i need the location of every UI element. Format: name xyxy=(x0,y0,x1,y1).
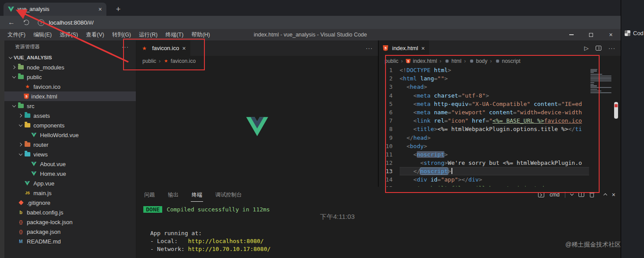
activity-bar[interactable] xyxy=(0,40,4,258)
code-editor[interactable]: 123456789101112131415 <!DOCTYPE html><ht… xyxy=(378,66,589,187)
tree-item-babel.config.js[interactable]: babel.config.js xyxy=(4,207,136,217)
tree-item-index.html[interactable]: index.html xyxy=(4,91,136,101)
breadcrumb-item-public[interactable]: public xyxy=(385,58,398,64)
tree-item-.gitignore[interactable]: .gitignore xyxy=(4,198,136,207)
code-panel-header[interactable]: Cod xyxy=(621,30,644,36)
tree-item-label: HelloWorld.vue xyxy=(40,132,79,138)
breadcrumb-item-favicon.ico[interactable]: favicon.ico xyxy=(163,58,196,64)
folder-icon xyxy=(24,122,31,129)
minimap-line xyxy=(590,92,611,93)
new-tab-button[interactable]: + xyxy=(113,4,124,15)
panel-tab-终端[interactable]: 终端 xyxy=(191,188,203,202)
terminal-output[interactable]: DONE Compiled successfully in 112ms App … xyxy=(136,202,621,253)
breadcrumb-item-body[interactable]: body xyxy=(469,58,488,64)
split-terminal-icon[interactable] xyxy=(579,192,584,197)
editor1-more-actions-icon[interactable]: ··· xyxy=(366,45,373,51)
menu-item[interactable]: 终端(T) xyxy=(161,31,187,39)
breadcrumb-separator: › xyxy=(464,58,466,64)
tree-item-main.js[interactable]: main.js xyxy=(4,188,136,198)
code-line[interactable]: <strong>We're sorry but <%= htmlWebpackP… xyxy=(400,159,589,167)
chevron-down-icon[interactable] xyxy=(570,192,574,196)
tree-item-package-lock.json[interactable]: package-lock.json xyxy=(4,217,136,227)
breadcrumb-item-noscript[interactable]: noscript xyxy=(495,58,520,64)
code-line[interactable]: <head> xyxy=(400,83,589,91)
menu-item[interactable]: 编辑(E) xyxy=(29,31,56,39)
panel-tab-调试控制台[interactable]: 调试控制台 xyxy=(215,188,243,202)
tree-item-Home.vue[interactable]: Home.vue xyxy=(4,169,136,178)
browser-tab[interactable]: vue_analysis × xyxy=(4,3,106,16)
tree-item-assets[interactable]: assets xyxy=(4,111,136,120)
minimize-button[interactable] xyxy=(561,29,581,40)
tree-item-components[interactable]: components xyxy=(4,120,136,130)
close-button[interactable]: × xyxy=(601,29,621,40)
tree-item-HelloWorld.vue[interactable]: HelloWorld.vue xyxy=(4,130,136,140)
tree-item-views[interactable]: views xyxy=(4,149,136,159)
explorer-actions-icon[interactable]: ··· xyxy=(122,44,129,50)
maximize-button[interactable] xyxy=(581,29,601,40)
tree-item-About.vue[interactable]: About.vue xyxy=(4,159,136,169)
info-icon[interactable]: i xyxy=(38,19,44,26)
tree-item-favicon.ico[interactable]: favicon.ico xyxy=(4,82,136,91)
menu-item[interactable]: 查看(V) xyxy=(82,31,108,39)
menu-item[interactable]: 运行(R) xyxy=(135,31,161,39)
chevron-down-icon xyxy=(17,154,24,155)
open-preview-icon[interactable]: ▷ xyxy=(584,45,589,51)
tree-item-label: node_modules xyxy=(27,64,64,71)
minimap-line xyxy=(590,89,597,90)
code-line[interactable]: <body> xyxy=(400,142,589,150)
browser-tab-close-icon[interactable]: × xyxy=(98,6,102,12)
close-panel-icon[interactable]: × xyxy=(612,192,615,198)
panel-tab-问题[interactable]: 问题 xyxy=(143,188,156,202)
babel-icon xyxy=(17,209,25,216)
editor2-more-actions-icon[interactable]: ··· xyxy=(608,45,615,51)
tree-item-README.md[interactable]: README.md xyxy=(4,236,136,246)
tab-index-html[interactable]: index.html × xyxy=(378,40,429,56)
menu-item[interactable]: 转到(G) xyxy=(108,31,135,39)
tree-item-node_modules[interactable]: node_modules xyxy=(4,62,136,72)
breadcrumb-item-public[interactable]: public xyxy=(142,58,156,64)
code-panel-label: Cod xyxy=(633,30,644,36)
code-line[interactable]: <noscript> xyxy=(400,150,589,159)
tree-item-App.vue[interactable]: App.vue xyxy=(4,178,136,188)
minimap-line xyxy=(590,80,611,81)
minimap-line xyxy=(590,84,594,85)
code-line[interactable]: <title><%= htmlWebpackPlugin.options.tit… xyxy=(400,125,589,133)
maximize-panel-icon[interactable] xyxy=(604,193,607,197)
explorer-root-row[interactable]: VUE_ANALYSIS xyxy=(4,53,136,62)
breadcrumb-item-html[interactable]: html xyxy=(444,58,462,64)
code-line[interactable]: <meta http-equiv="X-UA-Compatible" conte… xyxy=(400,100,589,108)
refresh-icon[interactable] xyxy=(24,20,29,25)
terminal-link[interactable]: http://10.70.10.17:8080/ xyxy=(188,246,271,252)
panel-tab-输出[interactable]: 输出 xyxy=(167,188,179,202)
tab-close-icon[interactable]: × xyxy=(421,45,425,51)
terminal-text: App running at: xyxy=(143,230,202,236)
tab-favicon-ico[interactable]: favicon.ico × xyxy=(136,40,191,56)
code-line[interactable]: </head> xyxy=(400,134,589,142)
back-icon[interactable]: ← xyxy=(8,19,15,26)
tree-item-src[interactable]: src xyxy=(4,101,136,111)
code-line[interactable]: <meta charset="utf-8"> xyxy=(400,91,589,100)
tree-item-router[interactable]: router xyxy=(4,140,136,149)
terminal-line: DONE Compiled successfully in 112ms xyxy=(143,206,621,214)
chevron-right-icon xyxy=(17,143,24,146)
url-text[interactable]: localhost:8080/#/ xyxy=(49,19,94,26)
terminal-link[interactable]: http://localhost:8080/ xyxy=(188,238,264,244)
code-line[interactable]: <html lang=""> xyxy=(400,74,589,83)
code-line[interactable]: <meta name="viewport" content="width=dev… xyxy=(400,108,589,116)
breadcrumb-item-index.html[interactable]: index.html xyxy=(405,58,437,64)
menu-item[interactable]: 文件(F) xyxy=(4,31,29,39)
kill-terminal-icon[interactable] xyxy=(589,192,594,197)
tab-close-icon[interactable]: × xyxy=(182,45,186,51)
code-line[interactable]: <!DOCTYPE html> xyxy=(400,66,589,74)
code-line[interactable]: <div id="app"></div> xyxy=(400,175,589,184)
menu-item[interactable]: 帮助(H) xyxy=(187,31,214,39)
json-icon xyxy=(17,228,25,235)
menu-item[interactable]: 选择(S) xyxy=(56,31,82,39)
code-line[interactable]: <link rel="icon" href="<%= BASE_URL %>fa… xyxy=(400,116,589,125)
tree-item-package.json[interactable]: package.json xyxy=(4,227,136,236)
code-line[interactable]: </noscript> xyxy=(400,167,589,175)
tree-item-public[interactable]: public xyxy=(4,72,136,82)
minimap[interactable] xyxy=(589,66,613,187)
shell-label[interactable]: cmd xyxy=(549,192,560,198)
split-editor-icon[interactable] xyxy=(596,46,601,51)
